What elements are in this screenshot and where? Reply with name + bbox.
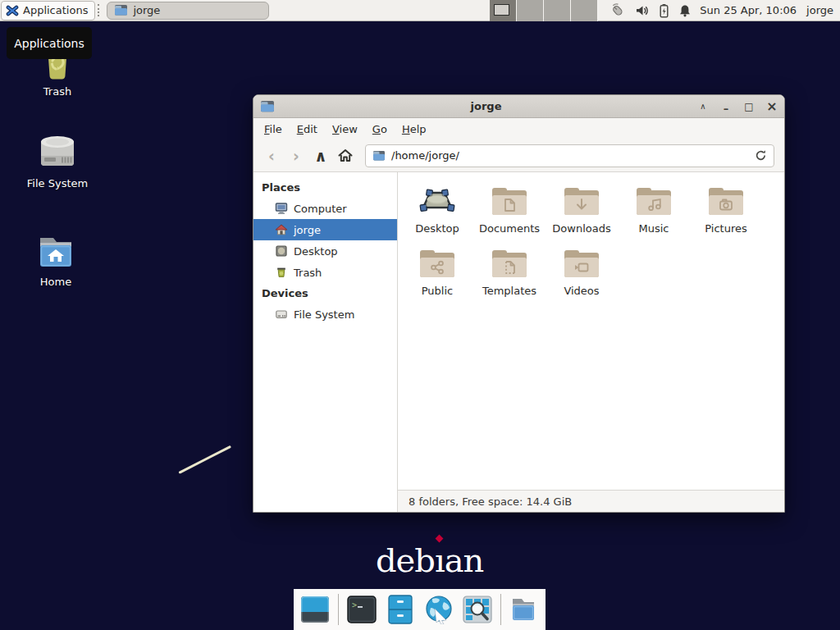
sidebar-item-jorge[interactable]: jorge xyxy=(253,219,397,240)
computer-icon xyxy=(275,202,288,215)
notifications-bell-icon[interactable] xyxy=(678,4,692,17)
applications-menu-button[interactable]: Applications xyxy=(1,1,95,21)
menubar: File Edit View Go Help xyxy=(253,118,784,139)
desktop-icon xyxy=(275,244,288,258)
show-desktop-icon xyxy=(300,596,330,623)
debian-wordmark: debıan xyxy=(376,541,483,579)
desktop-icon-home[interactable]: Home xyxy=(11,231,101,288)
path-text[interactable]: /home/jorge/ xyxy=(391,149,749,162)
debian-letter-i: ı xyxy=(435,541,445,579)
menu-edit[interactable]: Edit xyxy=(290,120,325,139)
maximize-button[interactable]: □ xyxy=(743,101,755,112)
panel-handle[interactable] xyxy=(98,4,103,16)
file-music[interactable]: Music xyxy=(618,184,690,235)
hard-drive-icon xyxy=(275,308,288,321)
sidebar-item-label: File System xyxy=(294,308,354,321)
workspace-1[interactable] xyxy=(490,0,517,21)
file-manager-launcher[interactable] xyxy=(385,594,416,625)
window-folder-icon xyxy=(260,100,275,113)
applications-menu-label: Applications xyxy=(23,4,88,16)
file-label: Desktop xyxy=(415,222,459,235)
file-desktop[interactable]: Desktop xyxy=(401,184,473,235)
minimize-button[interactable]: – xyxy=(720,103,732,115)
file-pictures[interactable]: Pictures xyxy=(690,184,762,235)
xfce-logo-icon xyxy=(6,4,19,17)
shade-button[interactable]: ∧ xyxy=(697,102,709,111)
path-bar[interactable]: /home/jorge/ xyxy=(365,144,774,167)
hard-drive-icon xyxy=(34,131,80,174)
file-manager-window: jorge ∧ – □ × File Edit View Go Help ‹ ›… xyxy=(253,94,785,513)
desktop-icon xyxy=(418,184,457,218)
menu-help[interactable]: Help xyxy=(395,120,434,139)
workspace-switcher xyxy=(490,0,598,21)
file-documents[interactable]: Documents xyxy=(473,184,546,235)
input-device-icon[interactable] xyxy=(609,3,626,17)
file-public[interactable]: Public xyxy=(401,246,473,297)
workspace-4[interactable] xyxy=(571,0,598,21)
file-label: Public xyxy=(422,285,453,297)
desktop-icon-label: Trash xyxy=(12,85,103,98)
home-icon xyxy=(337,148,354,163)
show-desktop-button[interactable] xyxy=(299,594,331,625)
music-folder-icon xyxy=(634,184,673,218)
terminal-icon: > xyxy=(347,596,377,623)
file-cabinet-icon xyxy=(388,595,413,624)
folder-icon xyxy=(509,596,539,623)
battery-icon[interactable] xyxy=(659,3,669,18)
sidebar: Places Computer jorge xyxy=(253,172,398,512)
menu-file[interactable]: File xyxy=(257,120,290,139)
taskbar-window-label: jorge xyxy=(133,4,160,16)
download-folder-icon xyxy=(562,184,601,218)
web-browser-launcher[interactable] xyxy=(423,594,454,625)
file-label: Downloads xyxy=(552,222,610,235)
sidebar-item-label: Desktop xyxy=(294,245,338,258)
menu-go[interactable]: Go xyxy=(365,120,395,139)
sidebar-item-label: Computer xyxy=(294,203,347,215)
file-videos[interactable]: Videos xyxy=(546,246,618,297)
file-downloads[interactable]: Downloads xyxy=(546,184,618,235)
debian-text-2: an xyxy=(445,541,484,579)
file-label: Templates xyxy=(482,285,536,297)
sidebar-item-trash[interactable]: Trash xyxy=(253,262,397,283)
terminal-launcher[interactable]: > xyxy=(346,594,377,625)
desktop-stroke-artifact xyxy=(178,445,231,473)
workspace-window-thumb xyxy=(494,4,509,16)
workspace-2[interactable] xyxy=(517,0,544,21)
reload-icon[interactable] xyxy=(755,149,767,162)
share-folder-icon xyxy=(418,246,457,281)
forward-button[interactable]: › xyxy=(285,144,308,167)
path-folder-icon xyxy=(372,150,386,162)
panel-clock[interactable]: Sun 25 Apr, 10:06 xyxy=(700,4,797,16)
system-tray xyxy=(609,3,692,18)
close-button[interactable]: × xyxy=(766,98,778,114)
up-button[interactable]: ∧ xyxy=(309,144,332,167)
taskbar-window-button[interactable]: jorge xyxy=(107,2,269,20)
directory-menu-button[interactable] xyxy=(509,594,540,625)
sidebar-item-desktop[interactable]: Desktop xyxy=(253,240,397,262)
home-folder-icon xyxy=(33,231,79,272)
trash-icon xyxy=(275,266,288,279)
tooltip-text: Applications xyxy=(14,37,84,50)
toolbar: ‹ › ∧ /home/jorge/ xyxy=(253,139,784,172)
svg-text:>: > xyxy=(352,600,357,609)
home-button[interactable] xyxy=(334,144,357,167)
sidebar-item-label: jorge xyxy=(294,224,321,236)
workspace-3[interactable] xyxy=(544,0,571,21)
application-finder-launcher[interactable] xyxy=(462,594,493,625)
document-folder-icon xyxy=(490,184,529,218)
sidebar-item-file-system[interactable]: File System xyxy=(253,304,397,325)
titlebar[interactable]: jorge ∧ – □ × xyxy=(253,95,784,118)
back-button[interactable]: ‹ xyxy=(260,144,283,167)
file-templates[interactable]: Templates xyxy=(473,246,546,297)
file-grid: Desktop Documents xyxy=(398,172,784,490)
status-text: 8 folders, Free space: 14.4 GiB xyxy=(409,495,572,508)
menu-view[interactable]: View xyxy=(325,120,365,139)
file-label: Videos xyxy=(564,285,599,297)
sidebar-header-devices: Devices xyxy=(253,283,397,304)
desktop-icon-file-system[interactable]: File System xyxy=(12,131,103,189)
sidebar-item-computer[interactable]: Computer xyxy=(253,198,397,219)
sidebar-header-places: Places xyxy=(253,177,397,198)
volume-icon[interactable] xyxy=(635,4,650,17)
panel-user-menu[interactable]: jorge xyxy=(806,4,833,16)
file-label: Pictures xyxy=(705,222,746,235)
